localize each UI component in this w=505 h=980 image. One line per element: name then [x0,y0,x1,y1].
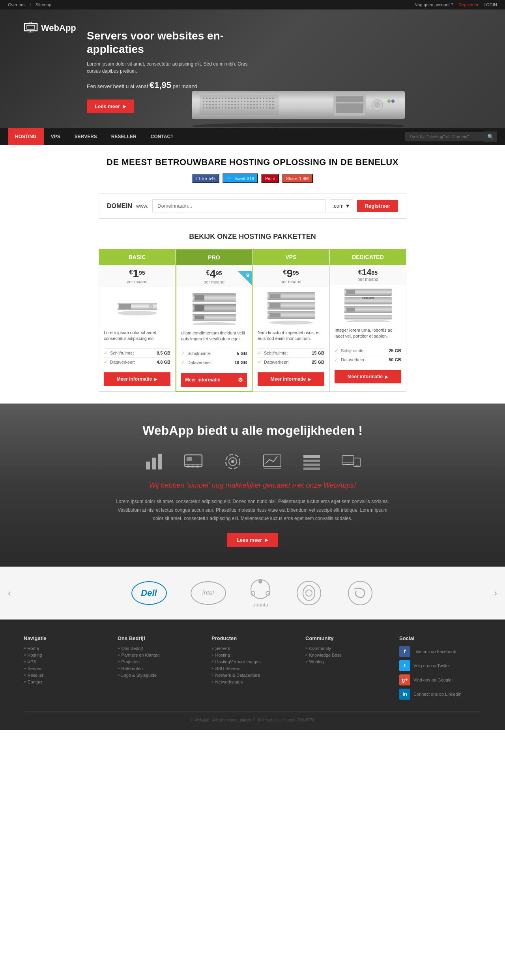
footer-link-netwerk[interactable]: Netwerk & Datacenters [211,673,294,678]
footer-link-home[interactable]: Home [24,646,106,651]
main-content: DE MEEST BETROUWBARE HOSTING OPLOSSING I… [0,145,505,404]
pkg-suffix-basic: per maand [102,279,172,284]
footer-link-hosting[interactable]: Hosting [24,653,106,657]
svg-point-55 [234,101,236,102]
footer-link-logo[interactable]: Logo & Styleguide [118,673,200,678]
svg-point-31 [222,98,223,99]
google-link-text: Vind ons op Google+ [413,678,454,682]
footer-link-hosting-prod[interactable]: Hosting [211,653,294,657]
facebook-link-text: Like ons op Facebook [413,649,456,654]
top-bar-right: Nog geen account ? Registreer LOGIN [414,2,497,7]
register-top-link[interactable]: Registreer [458,2,479,7]
pkg-img-basic [99,287,175,327]
copyright-text: © WebApp | Alle genoemde prijzen in deze… [190,718,315,722]
pkg-btn-basic[interactable]: Meer informatie ▶ [104,372,170,386]
nav-item-hosting[interactable]: HOSTING [8,128,44,145]
partners-next-button[interactable]: › [494,588,497,599]
svg-point-21 [206,104,208,105]
social-link-google[interactable]: g+ Vind ons op Google+ [399,674,481,685]
footer-link-hosting-verhuur[interactable]: HostingVerhuur Images [211,659,294,664]
svg-point-42 [225,104,226,105]
footer-link-projecten[interactable]: Projecten [118,659,200,664]
feature-value: 4.8 GB [157,360,170,364]
footer-link-servers[interactable]: Servers [24,666,106,671]
pkg-btn-pro[interactable]: Meer informatie ⚙ [181,373,247,387]
over-ons-link[interactable]: Over ons [8,2,26,7]
domain-register-button[interactable]: Registreer [357,200,398,212]
svg-rect-144 [196,466,199,467]
svg-point-10 [203,98,204,99]
pinterest-pin-button[interactable]: Pin it [261,174,279,183]
footer-link-ssd[interactable]: SSD Servers [211,666,294,671]
nav-item-servers[interactable]: SERVERS [67,128,104,145]
bar-chart-icon [142,450,166,473]
share-button[interactable]: Share 1.9M [282,174,313,183]
sync-icon [221,450,245,473]
svg-rect-138 [158,454,162,469]
footer-link-reseller[interactable]: Reseller [24,673,106,678]
footer-link-contact[interactable]: Contact [24,680,106,684]
pkg-feature-basic-0: ✓ Schijfruimte: 0.5 GB [104,348,170,357]
search-button[interactable]: 🔍 [484,131,497,142]
responsive-icon [339,450,363,473]
twitter-tweet-button[interactable]: 🐦 Tweet 316 [223,173,258,183]
domain-section: DOMEIN www. .com ▼ Registreer [99,193,406,219]
footer-link-vps[interactable]: VPS [24,659,106,664]
nav-item-reseller[interactable]: RESELLER [104,128,144,145]
svg-point-64 [247,104,249,105]
footer-link-knowledge-base[interactable]: Knowledge Base [305,653,387,657]
social-link-facebook[interactable]: f Like ons op Facebook [399,646,481,657]
fb-icon: f [196,176,197,181]
pkg-features-vps: ✓ Schijfruimte: 15 GB ✓ Dataverkeer: 25 … [253,346,329,368]
footer-link-netwerkstatus[interactable]: Netwerkstatus [211,680,294,684]
footer-col-navigatie: Navigatie Home Hosting VPS Servers Resel… [24,635,106,700]
svg-point-59 [247,101,249,102]
svg-point-19 [215,101,217,102]
footer-link-referenten[interactable]: Referenten [118,666,200,671]
webapp-title: WebApp biedt u alle mogelijkheden ! [16,423,489,438]
svg-point-45 [219,107,220,109]
sitemap-link[interactable]: Sitemap [36,2,51,7]
svg-point-39 [231,101,233,102]
domain-tld-selector[interactable]: .com ▼ [330,199,353,212]
webapp-cta-button[interactable]: Lees meer [227,533,278,547]
svg-point-13 [212,98,214,99]
search-input[interactable] [405,132,484,141]
check-icon: ✓ [181,360,185,365]
login-link[interactable]: LOGIN [484,2,497,7]
domain-label: DOMEIN [107,203,132,210]
pkg-btn-dedicated[interactable]: Meer informatie ▶ [335,370,401,383]
pkg-header-vps: VPS [253,249,329,265]
svg-point-57 [241,101,242,102]
partner-swirl [295,579,323,607]
footer-link-partners[interactable]: Partners en Klanten [118,653,200,657]
svg-rect-0 [24,24,37,31]
svg-point-92 [272,98,274,99]
pkg-btn-vps[interactable]: Meer informatie ▶ [258,372,324,386]
footer-link-ons-bedrijf[interactable]: Ons Bedrijf [118,646,200,651]
svg-point-68 [244,107,245,109]
footer-link-community[interactable]: Community [305,646,387,651]
check-icon: ✓ [258,359,262,365]
nav-item-contact[interactable]: CONTACT [144,128,181,145]
main-heading: DE MEEST BETROUWBARE HOSTING OPLOSSING I… [99,157,406,167]
svg-point-52 [241,98,242,99]
svg-point-23 [212,104,214,105]
feature-label: Dataverkeer: [110,360,135,364]
domain-www: www. [136,203,148,209]
svg-point-56 [238,101,239,102]
feature-value: 15 GB [312,351,324,355]
social-link-twitter[interactable]: t Volg ons op Twitter [399,660,481,671]
domain-input[interactable] [152,199,326,212]
partners-prev-button[interactable]: ‹ [8,588,11,599]
nav-item-vps[interactable]: VPS [44,128,67,145]
hero-cta-button[interactable]: Lees meer [87,100,134,113]
footer: Navigatie Home Hosting VPS Servers Resel… [0,620,505,730]
footer-link-servers-prod[interactable]: Servers [211,646,294,651]
social-link-linkedin[interactable]: in Connect ons op LinkedIn [399,689,481,700]
footer-link-weblog[interactable]: Weblog [305,659,387,664]
pkg-suffix-vps: per maand [256,279,326,284]
facebook-like-button[interactable]: f Like 54k [192,174,219,183]
svg-point-27 [209,107,211,109]
google-plus-icon: g+ [399,674,410,685]
